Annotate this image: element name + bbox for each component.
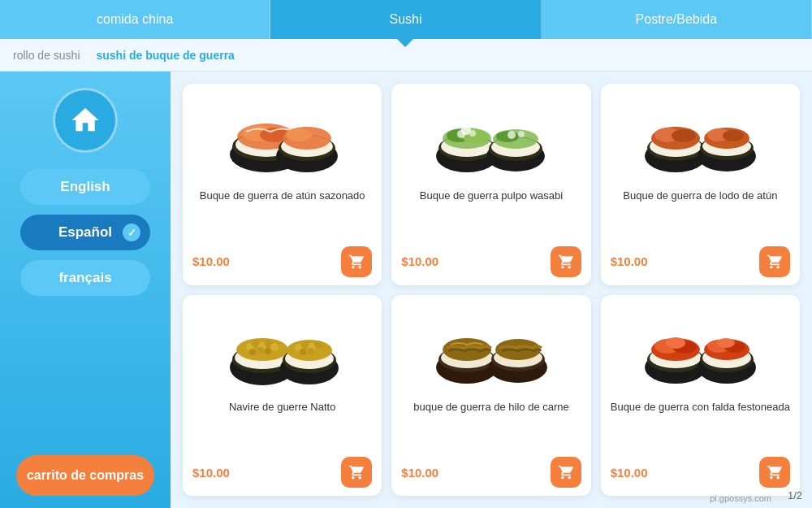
watermark: pi.gpossys.com [710, 493, 771, 503]
product-footer-6: $10.00 [611, 457, 790, 488]
add-to-cart-button-1[interactable] [341, 246, 372, 277]
product-image-5 [426, 305, 556, 394]
tab-postre-bebida[interactable]: Postre/Bebida [542, 0, 812, 39]
lang-espanol-button[interactable]: Español ✓ [20, 215, 150, 250]
sidebar: English Español ✓ français carrito de co… [0, 72, 171, 508]
add-to-cart-button-3[interactable] [759, 246, 790, 277]
svg-point-19 [461, 125, 471, 135]
subnav-rollo[interactable]: rollo de sushi [13, 49, 80, 62]
home-button[interactable] [53, 88, 118, 153]
product-price-4: $10.00 [192, 466, 230, 480]
svg-point-25 [508, 131, 516, 139]
cart-icon-6 [767, 464, 783, 480]
product-image-4 [218, 305, 348, 394]
product-name-6: Buque de guerra con falda festoneada [611, 401, 790, 453]
product-footer-2: $10.00 [401, 246, 581, 277]
cart-icon-1 [348, 254, 365, 270]
svg-point-47 [270, 343, 279, 351]
svg-point-38 [723, 130, 744, 141]
product-card-5: buque de guerra de hilo de carne $10.00 [391, 295, 590, 497]
svg-point-48 [249, 349, 256, 355]
svg-point-75 [666, 337, 685, 349]
add-to-cart-button-2[interactable] [551, 246, 581, 277]
selected-check-icon: ✓ [123, 224, 140, 241]
product-footer-5: $10.00 [401, 457, 581, 488]
product-price-3: $10.00 [611, 254, 648, 268]
svg-point-24 [496, 131, 519, 142]
svg-point-82 [717, 338, 735, 348]
subnav-buque[interactable]: sushi de buque de guerra [97, 49, 235, 62]
product-footer-1: $10.00 [192, 246, 372, 277]
sushi-illustration-2 [430, 98, 552, 179]
cart-button[interactable]: carrito de compras [16, 455, 154, 496]
tab-sushi[interactable]: Sushi [270, 0, 541, 39]
product-footer-4: $10.00 [192, 457, 372, 488]
svg-point-32 [672, 129, 696, 142]
cart-icon-5 [558, 464, 574, 480]
product-price-5: $10.00 [401, 466, 438, 480]
product-name-2: Buque de guerra pulpo wasabi [420, 189, 563, 241]
sushi-illustration-3 [639, 98, 761, 179]
add-to-cart-button-4[interactable] [341, 457, 372, 488]
lang-english-button[interactable]: English [20, 169, 150, 205]
svg-point-50 [265, 348, 271, 354]
pagination: 1/2 [788, 489, 802, 501]
home-icon [69, 104, 102, 137]
product-card-2: Buque de guerra pulpo wasabi $10.00 [391, 84, 590, 285]
product-name-1: Buque de guerra de atún sazonado [200, 189, 365, 241]
svg-point-49 [257, 347, 264, 354]
product-card-4: Navire de guerre Natto $10.00 [183, 295, 382, 497]
sushi-illustration-4 [222, 309, 343, 390]
product-image-6 [635, 305, 765, 394]
product-footer-3: $10.00 [611, 246, 790, 277]
sushi-illustration-5 [430, 309, 552, 390]
product-image-1 [218, 93, 348, 183]
sushi-illustration-6 [639, 309, 761, 390]
product-card-3: Buque de guerra de lodo de atún $10.00 [601, 84, 800, 285]
product-image-2 [426, 93, 556, 183]
product-name-5: buque de guerra de hilo de carne [413, 401, 569, 453]
product-card-1: Buque de guerra de atún sazonado $10.00 [183, 84, 382, 285]
svg-point-10 [286, 128, 312, 141]
tab-comida-china[interactable]: comida china [0, 0, 270, 39]
product-price-1: $10.00 [192, 254, 230, 268]
product-grid: Buque de guerra de atún sazonado $10.00 [171, 72, 812, 508]
product-card-6: Buque de guerra con falda festoneada $10… [601, 295, 800, 497]
add-to-cart-button-5[interactable] [551, 457, 581, 488]
sushi-illustration-1 [222, 98, 343, 179]
product-image-3 [635, 93, 765, 183]
svg-point-60 [308, 348, 314, 354]
cart-icon-3 [767, 254, 783, 270]
cart-icon-2 [558, 254, 574, 270]
svg-point-68 [495, 339, 541, 360]
top-tabs: comida china Sushi Postre/Bebida [0, 0, 812, 39]
svg-point-58 [314, 341, 322, 349]
product-price-6: $10.00 [611, 466, 648, 480]
add-to-cart-button-6[interactable] [759, 457, 790, 488]
lang-francais-button[interactable]: français [20, 260, 150, 296]
svg-point-59 [300, 349, 306, 355]
main-content: English Español ✓ français carrito de co… [0, 72, 812, 508]
product-price-2: $10.00 [401, 254, 438, 268]
cart-icon-4 [348, 464, 365, 480]
svg-point-26 [518, 131, 525, 137]
product-name-3: Buque de guerra de lodo de atún [623, 189, 777, 241]
product-name-4: Navire de guerre Natto [229, 401, 336, 453]
